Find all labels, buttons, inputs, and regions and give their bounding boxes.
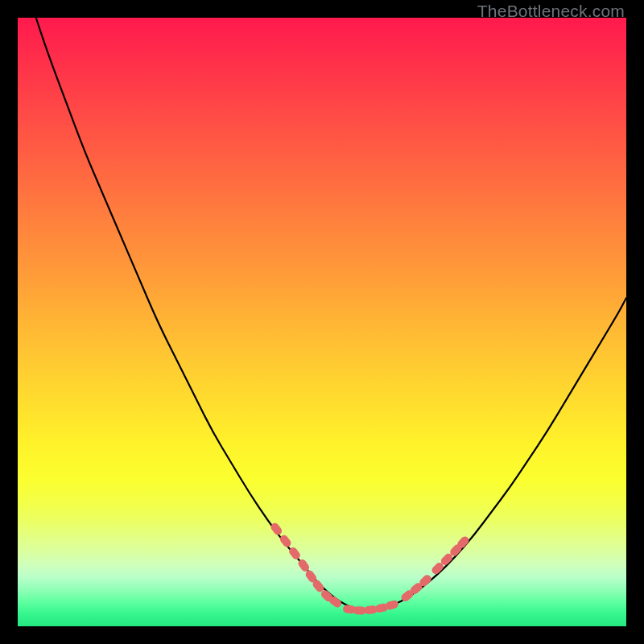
highlight-dots-right: [399, 535, 470, 603]
watermark-text: TheBottleneck.com: [477, 2, 625, 21]
highlight-dot: [279, 534, 293, 549]
curve-svg: [18, 18, 626, 626]
outer-frame: TheBottleneck.com: [0, 0, 644, 644]
highlight-dots-bottom: [342, 599, 399, 614]
highlight-dots-left: [269, 522, 343, 609]
bottleneck-curve: [36, 18, 626, 610]
plot-area: [18, 18, 626, 626]
highlight-dot: [269, 522, 283, 537]
